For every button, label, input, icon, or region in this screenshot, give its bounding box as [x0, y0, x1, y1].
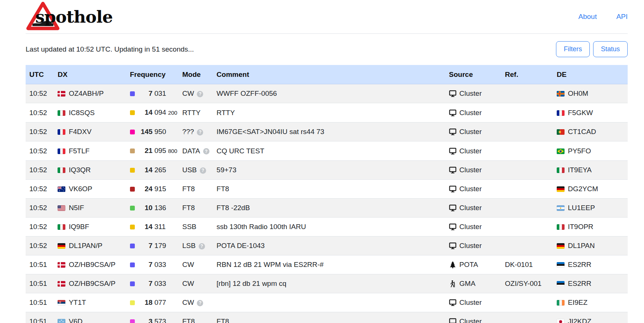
spot-source: Cluster	[445, 103, 501, 123]
table-row[interactable]: 10:52F4DXV145950????IM67GE<SAT>JN04IU sa…	[26, 123, 628, 141]
spot-frequency: 10136	[126, 199, 179, 218]
de-callsign[interactable]: IT9OPR	[568, 223, 593, 231]
freq-mhz: 14	[139, 165, 153, 175]
freq-khz: 179	[155, 242, 166, 249]
spot-comment: RBN 12 dB 21 WPM via ES2RR-#	[213, 255, 445, 274]
table-row[interactable]: 10:52OZ4ABH/P7031CW?WWFF OZFF-0056Cluste…	[26, 84, 628, 103]
status-button[interactable]: Status	[593, 41, 628, 57]
help-icon[interactable]: ?	[197, 91, 203, 97]
usa-flag-icon	[58, 205, 65, 211]
source-label: Cluster	[459, 298, 482, 306]
help-icon[interactable]: ?	[203, 148, 209, 154]
de-callsign[interactable]: EI9EZ	[568, 298, 588, 306]
de-callsign[interactable]: PY5FO	[568, 147, 591, 155]
band-color-swatch	[130, 149, 135, 153]
estonia-flag-icon	[557, 262, 565, 268]
denmark-flag-icon	[58, 262, 65, 268]
spots-table: UTC DX Frequency Mode Comment Source Ref…	[26, 65, 628, 323]
dx-callsign[interactable]: VK6OP	[69, 185, 92, 193]
freq-khz: 265	[155, 166, 166, 174]
table-row[interactable]: 10:51OZ/HB9CSA/P7033CW[rbn] 12 db 21 wpm…	[26, 274, 628, 293]
spot-time: 10:52	[26, 199, 54, 218]
page: spothole About API Last updated at 10:52…	[26, 0, 628, 323]
italy-flag-icon	[58, 167, 65, 173]
dx-callsign[interactable]: DL1PAN/P	[69, 242, 102, 249]
de-callsign[interactable]: CT1CAD	[568, 128, 596, 136]
dx-callsign[interactable]: YT1T	[69, 298, 86, 306]
spot-source: Cluster	[445, 123, 501, 141]
source-label: Cluster	[459, 204, 482, 212]
mode-label: CW	[182, 298, 194, 306]
spot-time: 10:52	[26, 141, 54, 161]
freq-mhz: 7	[139, 241, 153, 251]
freq-mhz: 14	[139, 222, 153, 232]
de-callsign[interactable]: LU1EEP	[568, 204, 595, 212]
spot-ref	[501, 161, 553, 180]
spot-de: ES2RR	[553, 255, 628, 274]
status-bar: Last updated at 10:52 UTC. Updating in 5…	[26, 41, 628, 57]
spot-dx: IQ9BF	[54, 218, 126, 236]
freq-khz: 077	[155, 298, 166, 306]
spot-frequency: 14311	[126, 218, 179, 236]
help-icon[interactable]: ?	[200, 167, 206, 174]
spot-de: CT1CAD	[553, 123, 628, 141]
source-label: Cluster	[459, 128, 482, 136]
dx-callsign[interactable]: OZ4ABH/P	[69, 89, 104, 97]
de-callsign[interactable]: OH0M	[568, 89, 588, 97]
nav-about-link[interactable]: About	[578, 13, 597, 20]
spot-frequency: 24915	[126, 180, 179, 199]
help-icon[interactable]: ?	[199, 243, 205, 249]
table-row[interactable]: 10:52DL1PAN/P7179LSB?POTA DE-1043Cluster…	[26, 236, 628, 255]
dx-callsign[interactable]: F4DXV	[69, 128, 91, 136]
de-callsign[interactable]: JI2KDZ	[568, 317, 591, 323]
freq-mhz: 18	[139, 298, 153, 307]
filters-button[interactable]: Filters	[556, 41, 590, 57]
mode-label: CW	[182, 89, 194, 97]
dx-callsign[interactable]: OZ/HB9CSA/P	[69, 280, 116, 287]
table-row[interactable]: 10:51YT1T18077CW?ClusterEI9EZ	[26, 293, 628, 312]
de-callsign[interactable]: DL1PAN	[568, 242, 595, 249]
spot-mode: FT8	[179, 180, 213, 199]
spot-dx: IC8SQS	[54, 103, 126, 123]
col-header-mode: Mode	[179, 65, 213, 84]
spot-de: IT9OPR	[553, 218, 628, 236]
band-color-swatch	[130, 187, 135, 192]
table-row[interactable]: 10:52N5IF10136FT8FT8 -22dBClusterLU1EEP	[26, 199, 628, 218]
dx-callsign[interactable]: IC8SQS	[69, 109, 95, 117]
help-icon[interactable]: ?	[197, 300, 203, 306]
de-callsign[interactable]: IT9EYA	[568, 166, 592, 174]
table-row[interactable]: 10:52IQ9BF14311SSBssb 130th Radio 100th …	[26, 218, 628, 236]
table-row[interactable]: 10:51OZ/HB9CSA/P7033CWRBN 12 dB 21 WPM v…	[26, 255, 628, 274]
help-icon[interactable]: ?	[197, 129, 203, 136]
table-row[interactable]: 10:52IQ3QR14265USB?59+73ClusterIT9EYA	[26, 161, 628, 180]
table-row[interactable]: 10:52VK6OP24915FT8FT8ClusterDG2YCM	[26, 180, 628, 199]
de-callsign[interactable]: F5GKW	[568, 109, 593, 117]
table-row[interactable]: 10:51V6D3573FT8FT8ClusterJI2KDZ	[26, 312, 628, 323]
nav-api-link[interactable]: API	[616, 13, 628, 20]
mode-label: FT8	[182, 185, 195, 193]
spot-mode: RTTY	[179, 103, 213, 123]
cluster-monitor-icon	[449, 128, 456, 136]
dx-callsign[interactable]: F5TLF	[69, 147, 90, 155]
dx-callsign[interactable]: IQ3QR	[69, 166, 91, 174]
spot-mode: DATA?	[179, 141, 213, 161]
table-row[interactable]: 10:52IC8SQS14094200RTTYRTTYClusterF5GKW	[26, 103, 628, 123]
dx-callsign[interactable]: IQ9BF	[69, 223, 89, 231]
dx-callsign[interactable]: OZ/HB9CSA/P	[69, 261, 116, 268]
freq-khz: 915	[155, 185, 166, 193]
dx-callsign[interactable]: V6D	[69, 317, 82, 323]
freq-mhz: 14	[139, 108, 153, 117]
de-callsign[interactable]: DG2YCM	[568, 185, 598, 193]
freq-mhz: 24	[139, 184, 153, 194]
pota-tree-icon	[449, 261, 456, 268]
spot-source: Cluster	[445, 84, 501, 103]
freq-khz: 033	[155, 261, 166, 268]
de-callsign[interactable]: ES2RR	[568, 261, 591, 268]
spot-frequency: 7033	[126, 274, 179, 293]
site-logo[interactable]: spothole	[26, 1, 113, 32]
freq-khz: 950	[155, 128, 166, 136]
dx-callsign[interactable]: N5IF	[69, 204, 84, 212]
de-callsign[interactable]: ES2RR	[568, 280, 591, 287]
table-row[interactable]: 10:52F5TLF21095800DATA?CQ URC TESTCluste…	[26, 141, 628, 161]
spot-frequency: 7033	[126, 255, 179, 274]
